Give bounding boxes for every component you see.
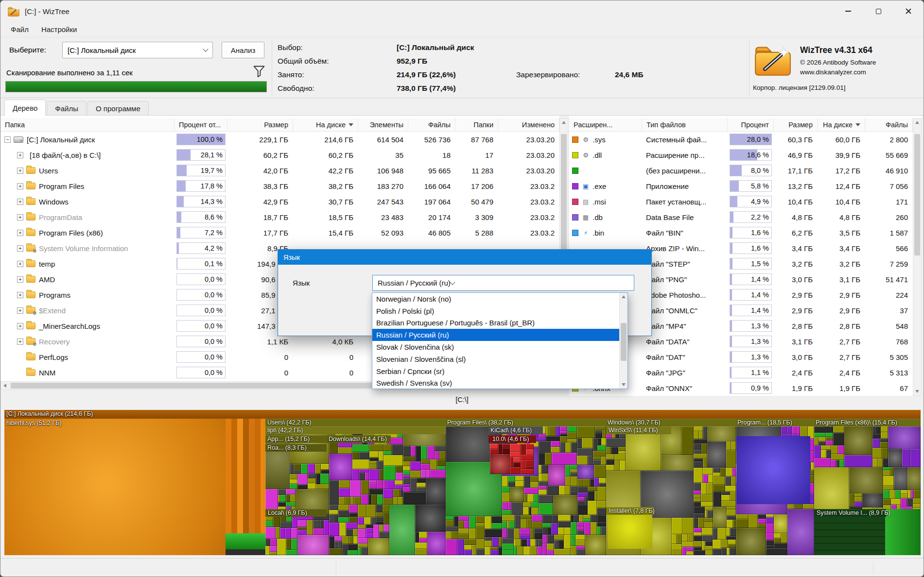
tree-column-header[interactable]: Изменено <box>498 118 559 131</box>
ext-row[interactable]: ⚙.sysСистемный фай...28,0 %60,3 ГБ60,0 Г… <box>569 132 913 147</box>
dialog-title-bar[interactable]: Язык <box>278 250 651 265</box>
expand-icon[interactable]: + <box>17 261 23 267</box>
folder-name-cell: +_MinerSearchLogs <box>0 318 174 334</box>
ext-vertical-scrollbar[interactable] <box>913 118 922 396</box>
close-button[interactable] <box>893 0 924 22</box>
ext-column-header[interactable]: Процент <box>728 118 774 131</box>
language-option[interactable]: Polish / Polski (pl) <box>372 305 620 317</box>
scroll-down-icon[interactable] <box>622 383 626 386</box>
language-option[interactable]: Norwegian / Norsk (no) <box>372 293 620 305</box>
ext-row[interactable]: ⚙.dllРасширение пр...18,6 %46,9 ГБ39,9 Г… <box>569 147 913 163</box>
extension-color-swatch <box>572 199 578 205</box>
drive-combobox[interactable]: [C:] Локальный диск <box>62 42 213 58</box>
tree-row[interactable]: +[18 файл(-а,ов) в C:\]28,1 %60,2 ГБ60,2… <box>0 147 559 163</box>
extension-cell <box>569 163 642 178</box>
language-combobox[interactable]: Russian / Русский (ru) <box>372 275 634 291</box>
language-option[interactable]: Russian / Русский (ru) <box>372 329 620 341</box>
scroll-down-icon[interactable] <box>915 390 919 393</box>
tree-column-header[interactable]: На диске <box>293 118 358 131</box>
maximize-button[interactable] <box>863 0 893 22</box>
cell-files: 224 <box>865 287 913 303</box>
treemap-view[interactable]: [C:] Локальный диск (214,6 ГБ) hiberfil.… <box>4 410 921 555</box>
ext-column-header[interactable]: Расширен... <box>569 118 642 131</box>
treemap-canvas[interactable] <box>4 410 921 555</box>
dropdown-scrollbar[interactable] <box>619 293 628 389</box>
language-option[interactable]: Brazilian Portuguese / Português - Brasi… <box>372 317 620 329</box>
cell-size: 2,9 ГБ <box>774 303 818 318</box>
tree-column-header[interactable]: Папка <box>0 118 174 131</box>
scrollbar-thumb[interactable] <box>914 134 920 255</box>
collapse-icon[interactable]: − <box>4 136 11 143</box>
window-title: [C:] - WizTree <box>25 7 70 16</box>
analyze-button[interactable]: Анализ <box>222 42 264 58</box>
expand-icon[interactable]: + <box>17 323 23 329</box>
cell-items: 247 543 <box>358 194 408 209</box>
ext-row[interactable]: ▤.msiПакет установщ...4,9 %10,4 ГБ10,4 Г… <box>569 194 913 209</box>
scrollbar-thumb[interactable] <box>621 323 627 361</box>
scroll-up-icon[interactable] <box>622 295 626 298</box>
cell-items: 183 270 <box>358 178 408 194</box>
cell-size: 2,8 ГБ <box>774 318 818 334</box>
tree-column-header[interactable]: Файлы <box>408 118 455 131</box>
ext-column-header[interactable]: На диске <box>818 118 865 131</box>
menu-settings[interactable]: Настройки <box>35 23 84 35</box>
expand-icon[interactable]: + <box>17 307 23 314</box>
folder-name: Windows <box>39 198 69 206</box>
cell-folders: 11 283 <box>455 163 498 178</box>
tree-row[interactable]: +Windows14,3 %42,9 ГБ30,7 ГБ247 543197 0… <box>0 194 559 209</box>
cell-size: 2,4 ГБ <box>774 365 818 380</box>
tree-row[interactable]: +Program Files17,8 %38,3 ГБ38,2 ГБ183 27… <box>0 178 559 194</box>
expand-icon[interactable]: + <box>17 152 23 158</box>
dialog-title: Язык <box>283 254 300 261</box>
expand-icon[interactable]: + <box>17 292 23 298</box>
cell-files: 46 910 <box>865 163 913 178</box>
cell-modified: 23.03.20 <box>498 147 559 163</box>
ext-row[interactable]: ▣.exeПриложение5,8 %13,2 ГБ12,4 ГБ7 056 <box>569 178 913 194</box>
expand-icon[interactable]: + <box>17 199 23 205</box>
file-type-cell: Файл "MP4" <box>642 318 728 334</box>
tree-column-header[interactable]: Папки <box>455 118 498 131</box>
ext-row[interactable]: (без расширени...8,0 %17,1 ГБ17,2 ГБ46 9… <box>569 163 913 178</box>
language-option[interactable]: Slovak / Slovenčina (sk) <box>372 341 620 353</box>
menu-file[interactable]: Файл <box>4 23 35 35</box>
percent-bar: 1,1 % <box>730 367 772 378</box>
tab-tree[interactable]: Дерево <box>4 100 46 116</box>
scroll-up-icon[interactable] <box>915 121 919 124</box>
treemap-root-label: [C:] Локальный диск (214,6 ГБ) <box>6 410 93 418</box>
treemap-block-label: lipi\ (42,2 ГБ) <box>267 427 303 434</box>
expand-icon[interactable]: + <box>17 339 23 345</box>
ext-row[interactable]: ⚡.binФайл "BIN"1,6 %6,2 ГБ3,5 ГБ1 587 <box>569 225 913 240</box>
file-type-cell: (без расширени... <box>642 163 728 178</box>
tree-column-header[interactable]: Размер <box>227 118 293 131</box>
tab-about[interactable]: О программе <box>87 101 149 115</box>
expand-icon[interactable]: + <box>17 168 23 174</box>
expand-icon[interactable]: + <box>17 245 23 252</box>
scroll-left-icon[interactable] <box>3 384 6 388</box>
tree-column-header[interactable]: Элементы <box>358 118 408 131</box>
tree-row[interactable]: +Program Files (x86)7,2 %17,7 ГБ15,4 ГБ5… <box>0 225 559 240</box>
expand-icon[interactable]: + <box>17 230 23 236</box>
reserved-label: Зарезервировано: <box>516 70 580 79</box>
tree-column-header[interactable]: Процент от... <box>174 118 227 131</box>
language-option[interactable]: Slovenian / Slovenščina (sl) <box>372 353 620 365</box>
extension-color-swatch <box>572 136 578 143</box>
language-option[interactable]: Swedish / Svenska (sv) <box>372 377 620 390</box>
tree-row[interactable]: −[C:] Локальный диск100,0 %229,1 ГБ214,6… <box>0 132 559 147</box>
ext-column-header[interactable]: Файлы <box>865 118 913 131</box>
website-link[interactable]: www.diskanalyzer.com <box>800 68 866 76</box>
tree-row[interactable]: +Users19,7 %42,0 ГБ42,2 ГБ106 94895 6651… <box>0 163 559 178</box>
extension-color-swatch <box>572 168 578 174</box>
scroll-up-icon[interactable] <box>562 121 566 124</box>
expand-icon[interactable]: + <box>17 214 23 221</box>
expand-icon[interactable]: + <box>17 183 23 189</box>
ext-row[interactable]: ▦.dbData Base File2,2 %4,8 ГБ4,8 ГБ260 <box>569 209 913 225</box>
ext-column-header[interactable]: Тип файлов <box>642 118 728 131</box>
language-option[interactable]: Serbian / Српски (sr) <box>372 365 620 377</box>
expand-icon[interactable]: + <box>17 276 23 283</box>
minimize-button[interactable] <box>833 0 863 22</box>
filter-icon[interactable] <box>252 65 266 78</box>
folder-icon <box>26 183 35 189</box>
tree-row[interactable]: +ProgramData8,6 %18,7 ГБ18,5 ГБ23 48320 … <box>0 209 559 225</box>
ext-column-header[interactable]: Размер <box>774 118 818 131</box>
tab-files[interactable]: Файлы <box>47 101 87 115</box>
